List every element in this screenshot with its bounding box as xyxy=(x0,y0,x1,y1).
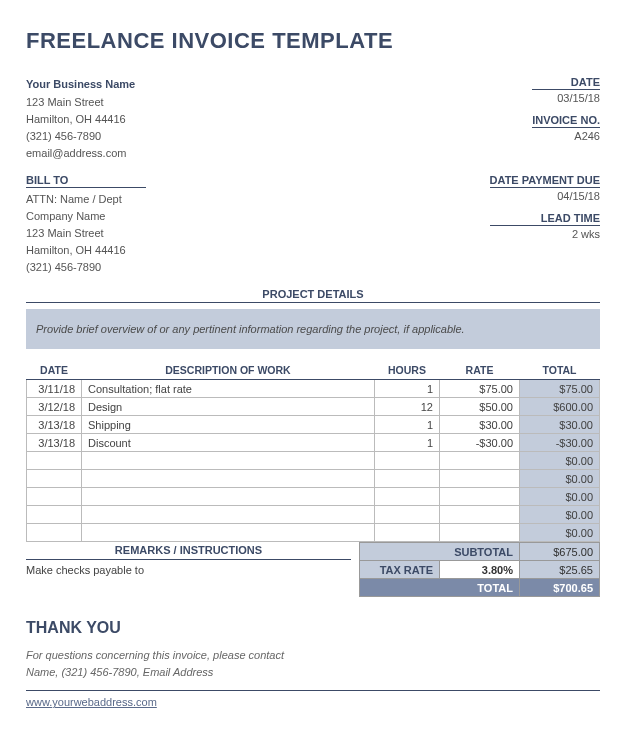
cell-hours: 1 xyxy=(375,380,440,398)
cell-date: 3/12/18 xyxy=(27,398,82,416)
totals-table: SUBTOTAL $675.00 TAX RATE 3.80% $25.65 T… xyxy=(359,542,600,597)
table-row: $0.00 xyxy=(27,488,600,506)
table-row: 3/12/18Design12$50.00$600.00 xyxy=(27,398,600,416)
table-row: 3/11/18Consultation; flat rate1$75.00$75… xyxy=(27,380,600,398)
billto-street: 123 Main Street xyxy=(26,225,146,242)
cell-date: 3/13/18 xyxy=(27,416,82,434)
cell-total: $0.00 xyxy=(520,524,600,542)
business-phone: (321) 456-7890 xyxy=(26,128,135,145)
cell-hours xyxy=(375,488,440,506)
cell-date xyxy=(27,452,82,470)
total-value: $700.65 xyxy=(520,579,600,597)
cell-date: 3/11/18 xyxy=(27,380,82,398)
cell-date xyxy=(27,488,82,506)
table-row: $0.00 xyxy=(27,506,600,524)
business-name: Your Business Name xyxy=(26,76,135,93)
cell-desc xyxy=(82,488,375,506)
remarks-text: Make checks payable to xyxy=(26,560,351,576)
document-title: FREELANCE INVOICE TEMPLATE xyxy=(26,28,600,54)
cell-hours xyxy=(375,470,440,488)
thankyou: THANK YOU xyxy=(26,619,600,637)
cell-desc: Design xyxy=(82,398,375,416)
cell-desc xyxy=(82,524,375,542)
col-desc: DESCRIPTION OF WORK xyxy=(82,361,375,380)
cell-hours xyxy=(375,506,440,524)
cell-rate xyxy=(440,452,520,470)
remarks-header: REMARKS / INSTRUCTIONS xyxy=(26,541,351,560)
cell-total: -$30.00 xyxy=(520,434,600,452)
business-email: email@address.com xyxy=(26,145,135,162)
invoice-no-label: INVOICE NO. xyxy=(532,114,600,128)
cell-total: $0.00 xyxy=(520,488,600,506)
cell-total: $30.00 xyxy=(520,416,600,434)
cell-desc xyxy=(82,470,375,488)
cell-hours xyxy=(375,452,440,470)
billto-block: BILL TO ATTN: Name / Dept Company Name 1… xyxy=(26,174,146,276)
col-rate: RATE xyxy=(440,361,520,380)
subtotal-label: SUBTOTAL xyxy=(360,543,520,561)
invoice-meta-2: DATE PAYMENT DUE 04/15/18 LEAD TIME 2 wk… xyxy=(490,174,600,250)
cell-desc: Discount xyxy=(82,434,375,452)
taxrate-value: 3.80% xyxy=(440,561,520,579)
cell-rate: $50.00 xyxy=(440,398,520,416)
cell-total: $75.00 xyxy=(520,380,600,398)
web-link[interactable]: www.yourwebaddress.com xyxy=(26,690,600,708)
line-items-table: DATE DESCRIPTION OF WORK HOURS RATE TOTA… xyxy=(26,361,600,542)
cell-date xyxy=(27,524,82,542)
invoice-no-value: A246 xyxy=(532,130,600,142)
cell-date: 3/13/18 xyxy=(27,434,82,452)
taxrate-label: TAX RATE xyxy=(360,561,440,579)
business-street: 123 Main Street xyxy=(26,94,135,111)
cell-rate: $75.00 xyxy=(440,380,520,398)
cell-date xyxy=(27,470,82,488)
billto-attn: ATTN: Name / Dept xyxy=(26,191,146,208)
billto-phone: (321) 456-7890 xyxy=(26,259,146,276)
col-total: TOTAL xyxy=(520,361,600,380)
date-value: 03/15/18 xyxy=(532,92,600,104)
business-info: Your Business Name 123 Main Street Hamil… xyxy=(26,76,135,162)
cell-rate xyxy=(440,506,520,524)
cell-hours xyxy=(375,524,440,542)
cell-desc: Consultation; flat rate xyxy=(82,380,375,398)
cell-rate xyxy=(440,524,520,542)
cell-total: $0.00 xyxy=(520,470,600,488)
table-row: $0.00 xyxy=(27,470,600,488)
cell-total: $0.00 xyxy=(520,506,600,524)
table-row: $0.00 xyxy=(27,524,600,542)
lead-value: 2 wks xyxy=(490,228,600,240)
lead-label: LEAD TIME xyxy=(490,212,600,226)
table-row: 3/13/18Discount1-$30.00-$30.00 xyxy=(27,434,600,452)
cell-desc: Shipping xyxy=(82,416,375,434)
cell-total: $600.00 xyxy=(520,398,600,416)
table-row: 3/13/18Shipping1$30.00$30.00 xyxy=(27,416,600,434)
billto-header: BILL TO xyxy=(26,174,146,188)
cell-rate xyxy=(440,470,520,488)
total-label: TOTAL xyxy=(360,579,520,597)
billto-city: Hamilton, OH 44416 xyxy=(26,242,146,259)
contact-line2: Name, (321) 456-7890, Email Address xyxy=(26,664,600,681)
project-details-text: Provide brief overview of or any pertine… xyxy=(26,309,600,349)
cell-rate xyxy=(440,488,520,506)
cell-total: $0.00 xyxy=(520,452,600,470)
due-value: 04/15/18 xyxy=(490,190,600,202)
cell-rate: $30.00 xyxy=(440,416,520,434)
col-date: DATE xyxy=(27,361,82,380)
cell-hours: 1 xyxy=(375,434,440,452)
contact-line1: For questions concerning this invoice, p… xyxy=(26,647,600,664)
date-label: DATE xyxy=(532,76,600,90)
business-city: Hamilton, OH 44416 xyxy=(26,111,135,128)
cell-date xyxy=(27,506,82,524)
subtotal-value: $675.00 xyxy=(520,543,600,561)
project-details-header: PROJECT DETAILS xyxy=(26,288,600,303)
table-row: $0.00 xyxy=(27,452,600,470)
cell-rate: -$30.00 xyxy=(440,434,520,452)
cell-desc xyxy=(82,506,375,524)
cell-desc xyxy=(82,452,375,470)
cell-hours: 1 xyxy=(375,416,440,434)
col-hours: HOURS xyxy=(375,361,440,380)
invoice-meta: DATE 03/15/18 INVOICE NO. A246 xyxy=(532,76,600,152)
due-label: DATE PAYMENT DUE xyxy=(490,174,600,188)
tax-value: $25.65 xyxy=(520,561,600,579)
billto-company: Company Name xyxy=(26,208,146,225)
cell-hours: 12 xyxy=(375,398,440,416)
